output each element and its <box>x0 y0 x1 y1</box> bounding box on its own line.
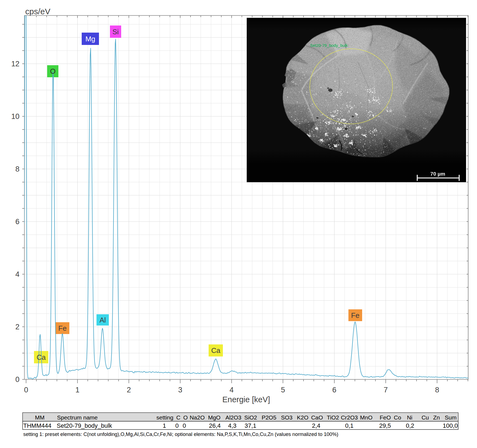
svg-text:Na2O: Na2O <box>190 414 205 421</box>
svg-text:0: 0 <box>175 422 178 429</box>
svg-text:Cr2O3: Cr2O3 <box>341 414 358 421</box>
svg-text:O: O <box>183 414 188 421</box>
svg-text:10: 10 <box>11 112 19 121</box>
svg-text:6: 6 <box>15 218 19 226</box>
svg-text:C: C <box>176 414 180 421</box>
svg-text:Al: Al <box>100 316 106 324</box>
svg-text:1: 1 <box>163 422 166 429</box>
svg-text:MM: MM <box>35 414 45 421</box>
svg-text:0: 0 <box>24 386 28 394</box>
svg-text:2,4: 2,4 <box>312 422 320 429</box>
svg-text:K2O: K2O <box>297 414 308 421</box>
svg-text:Zn: Zn <box>433 414 440 421</box>
svg-text:29,5: 29,5 <box>379 422 391 429</box>
svg-text:37,1: 37,1 <box>245 422 256 429</box>
svg-text:setting: setting <box>157 414 174 421</box>
svg-text:26,4: 26,4 <box>209 422 221 429</box>
svg-text:setting 1: preset elements: C(: setting 1: preset elements: C(not unfold… <box>23 431 338 437</box>
svg-text:FeO: FeO <box>380 414 391 421</box>
svg-text:8: 8 <box>435 386 439 394</box>
svg-text:MnO: MnO <box>360 414 373 421</box>
svg-text:Sum: Sum <box>445 414 456 421</box>
svg-text:0,2: 0,2 <box>406 422 414 429</box>
svg-text:SiO2: SiO2 <box>244 414 257 421</box>
svg-text:0: 0 <box>183 422 186 429</box>
svg-text:2: 2 <box>15 323 19 331</box>
svg-text:70 µm: 70 µm <box>430 171 445 177</box>
svg-text:Cu: Cu <box>422 414 429 421</box>
svg-text:cps/eV: cps/eV <box>25 7 50 16</box>
svg-text:Si: Si <box>112 28 119 36</box>
svg-text:4,3: 4,3 <box>228 422 237 429</box>
svg-text:1: 1 <box>75 386 80 394</box>
svg-text:6: 6 <box>332 386 336 394</box>
svg-text:Mg: Mg <box>85 35 95 43</box>
svg-text:2: 2 <box>127 386 131 394</box>
svg-text:Ni: Ni <box>407 414 412 421</box>
svg-text:THMM444: THMM444 <box>23 422 52 429</box>
svg-text:4: 4 <box>15 270 19 278</box>
svg-text:8: 8 <box>15 165 19 173</box>
svg-text:Spectrum name: Spectrum name <box>57 414 98 421</box>
svg-text:Fe: Fe <box>351 311 359 319</box>
svg-text:Set20-79_body_bulk: Set20-79_body_bulk <box>310 43 348 48</box>
svg-text:0,1: 0,1 <box>345 422 354 429</box>
svg-text:TiO2: TiO2 <box>327 414 339 421</box>
svg-text:7: 7 <box>384 386 388 394</box>
svg-text:Al2O3: Al2O3 <box>225 414 241 421</box>
svg-text:Ca: Ca <box>211 346 220 355</box>
svg-text:0: 0 <box>15 375 19 384</box>
svg-text:SO3: SO3 <box>281 414 293 421</box>
svg-text:3: 3 <box>178 386 182 394</box>
svg-text:P2O5: P2O5 <box>262 414 276 421</box>
svg-text:Ca: Ca <box>36 353 46 361</box>
svg-text:Fe: Fe <box>58 324 67 332</box>
svg-text:CaO: CaO <box>311 414 323 421</box>
svg-text:Set20-79_body_bulk: Set20-79_body_bulk <box>57 422 112 429</box>
svg-text:4: 4 <box>229 386 234 394</box>
svg-text:12: 12 <box>11 60 19 68</box>
svg-text:MgO: MgO <box>208 414 221 421</box>
svg-text:O: O <box>50 67 55 75</box>
svg-text:100,0: 100,0 <box>443 422 458 429</box>
svg-text:Energie [keV]: Energie [keV] <box>222 395 270 404</box>
svg-text:5: 5 <box>281 386 285 394</box>
svg-text:Co: Co <box>394 414 401 421</box>
